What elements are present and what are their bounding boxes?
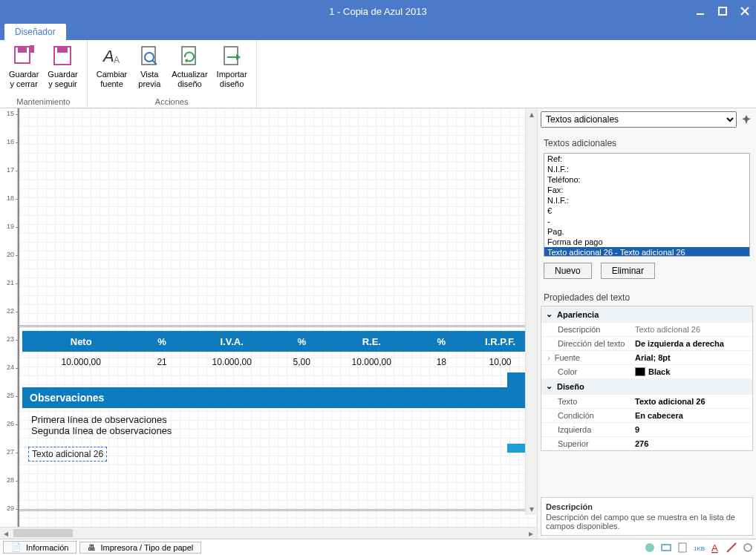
change-font-button[interactable]: AA Cambiar fuente [92, 42, 132, 91]
cell-pct1: 21 [140, 357, 183, 367]
right-panel: Textos adicionales Textos adicionales Re… [537, 108, 756, 539]
prop-category-diseno[interactable]: ⌄ Diseño [541, 378, 752, 394]
change-font-label: Cambiar fuente [97, 70, 128, 89]
svg-rect-21 [679, 543, 686, 552]
prop-row[interactable]: Condición En cabecera [541, 408, 752, 422]
save-continue-icon [50, 43, 76, 68]
footer-tool-icon[interactable]: 1KB [691, 541, 707, 554]
svg-line-13 [152, 60, 157, 65]
textos-section-title: Textos adicionales [544, 138, 750, 148]
textos-listbox[interactable]: Ref: N.I.F.: Teléfono: Fax: N.I.F.: € - … [544, 153, 750, 257]
footer-tab-info[interactable]: 📄 Información [3, 541, 76, 554]
footer-tool-icon[interactable] [740, 541, 756, 554]
tab-designer[interactable]: Diseñador [4, 24, 66, 40]
footer-tool-icon[interactable] [642, 541, 658, 554]
svg-rect-20 [662, 545, 671, 551]
import-design-button[interactable]: Importar diseño [212, 42, 252, 91]
maximize-button[interactable] [711, 0, 734, 22]
panel-selector-dropdown[interactable]: Textos adicionales [541, 111, 737, 128]
prop-row[interactable]: Superior 276 [541, 436, 752, 450]
scroll-down-icon[interactable]: ▾ [526, 503, 537, 515]
list-item-selected[interactable]: Texto adicional 26 - Texto adicional 26 [544, 247, 749, 257]
design-canvas-scroll[interactable]: Neto % I.V.A. % R.E. % I.R.P.F. 10.000,0… [18, 108, 537, 527]
prop-row-color[interactable]: Color Black [541, 364, 752, 378]
save-continue-button[interactable]: Guardar y seguir [43, 42, 82, 91]
svg-marker-18 [236, 54, 241, 60]
design-canvas[interactable]: Neto % I.V.A. % R.E. % I.R.P.F. 10.000,0… [18, 108, 537, 527]
ruler-mark: 20 [0, 251, 16, 258]
list-item[interactable]: Teléfono: [544, 174, 749, 185]
list-item[interactable]: Forma de pago [544, 237, 749, 247]
vertical-ruler: 15 16 17 18 19 20 21 22 23 24 25 26 27 2… [0, 108, 18, 527]
selected-text-element[interactable]: Texto adicional 26 [28, 447, 107, 462]
footer-tool-icon[interactable] [674, 541, 691, 554]
save-close-icon [11, 43, 36, 68]
prop-row-fuente[interactable]: ›Fuente Arial; 8pt [541, 350, 752, 364]
svg-rect-1 [719, 7, 726, 15]
svg-rect-5 [18, 47, 27, 53]
horizontal-scrollbar[interactable]: ◂ ▸ [0, 527, 537, 539]
list-item[interactable]: N.I.F.: [544, 164, 749, 174]
close-button[interactable] [734, 0, 756, 22]
list-item[interactable]: - [544, 216, 749, 226]
prop-row[interactable]: Texto Texto adicional 26 [541, 394, 752, 408]
observations-body: Primera línea de observaciones Segunda l… [22, 408, 537, 442]
ruler-mark: 22 [0, 307, 16, 315]
footer-tool-icon[interactable]: A [707, 541, 723, 554]
description-title: Descripción [546, 502, 748, 511]
ruler-mark: 21 [0, 279, 16, 286]
ruler-mark: 24 [0, 364, 16, 371]
svg-rect-0 [697, 13, 704, 15]
scroll-thumb[interactable] [13, 529, 73, 537]
font-icon: AA [100, 43, 125, 68]
scroll-right-icon[interactable]: ▸ [525, 528, 537, 539]
band-separator[interactable] [19, 325, 537, 327]
report-totals-table: Neto % I.V.A. % R.E. % I.R.P.F. 10.000,0… [22, 331, 537, 466]
list-item[interactable]: € [544, 206, 749, 216]
list-item[interactable]: Pag. [544, 226, 749, 237]
svg-point-19 [645, 543, 654, 552]
property-grid[interactable]: ⌄ Apariencia Descripción Texto adicional… [541, 306, 753, 451]
prop-row[interactable]: Descripción Texto adicional 26 [541, 322, 752, 336]
band-separator[interactable] [19, 509, 537, 511]
save-close-button[interactable]: Guardar y cerrar [4, 42, 43, 91]
ribbon-group-mantenimiento: Guardar y cerrar Guardar y seguir Manten… [0, 40, 88, 108]
nuevo-button[interactable]: Nuevo [544, 263, 592, 279]
list-item[interactable]: Fax: [544, 185, 749, 195]
footer-tool-icon[interactable] [658, 541, 674, 554]
svg-rect-6 [30, 45, 34, 53]
footer-tab-printer[interactable]: 🖶 Impresora / Tipo de papel [79, 542, 201, 554]
prop-row[interactable]: Izquierda 9 [541, 422, 752, 436]
minimize-button[interactable] [689, 0, 711, 22]
cell-neto: 10.000,00 [22, 357, 140, 367]
footer-tool-icon[interactable] [723, 541, 740, 554]
vertical-scrollbar[interactable]: ▴ ▾ [525, 108, 537, 515]
scroll-left-icon[interactable]: ◂ [0, 528, 12, 539]
window-title: 1 - Copia de Azul 2013 [329, 6, 427, 17]
title-bar: 1 - Copia de Azul 2013 [0, 0, 756, 22]
save-close-label: Guardar y cerrar [9, 70, 39, 89]
ribbon-group-label-1: Mantenimiento [4, 97, 82, 108]
col-header-pct: % [140, 336, 183, 347]
ruler-mark: 28 [0, 476, 16, 484]
prop-row[interactable]: Dirección del texto De izquierda a derec… [541, 336, 752, 350]
color-swatch [635, 367, 645, 376]
svg-rect-8 [57, 47, 68, 53]
save-continue-label: Guardar y seguir [48, 70, 77, 89]
prop-category-apariencia[interactable]: ⌄ Apariencia [541, 306, 752, 322]
chevron-down-icon: ⌄ [546, 381, 553, 391]
svg-line-24 [727, 543, 736, 552]
list-item[interactable]: Ref: [544, 154, 749, 164]
pin-button[interactable] [740, 113, 753, 126]
col-header-pct: % [280, 336, 324, 347]
ribbon: Guardar y cerrar Guardar y seguir Manten… [0, 40, 756, 108]
list-item[interactable]: N.I.F.: [544, 195, 749, 206]
scroll-up-icon[interactable]: ▴ [526, 108, 537, 120]
update-design-button[interactable]: Actualizar diseño [167, 42, 212, 91]
refresh-icon [177, 43, 202, 68]
ruler-mark: 17 [0, 166, 16, 174]
preview-button[interactable]: Vista previa [131, 42, 167, 91]
table-header-row: Neto % I.V.A. % R.E. % I.R.P.F. [22, 331, 537, 352]
cell-re: 10.000,00 [324, 357, 420, 367]
eliminar-button[interactable]: Eliminar [601, 263, 655, 279]
